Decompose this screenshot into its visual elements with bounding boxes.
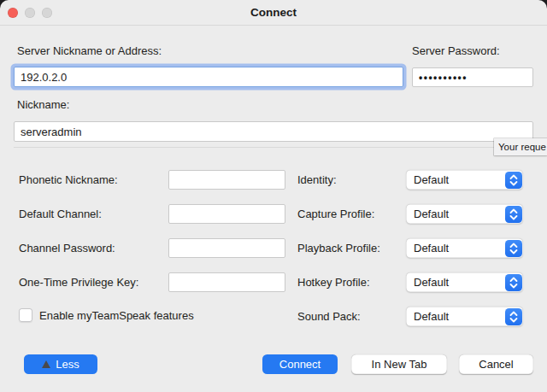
nickname-input[interactable] (14, 121, 533, 142)
privilege-key-input[interactable] (168, 272, 285, 292)
sound-pack-dropdown-value: Default (414, 307, 449, 326)
server-address-input[interactable] (14, 67, 403, 87)
phonetic-nickname-input[interactable] (168, 170, 285, 190)
stepper-chevrons-icon (505, 308, 522, 325)
tooltip: Your reque (494, 138, 547, 155)
playback-profile-dropdown[interactable]: Default (406, 238, 523, 258)
sound-pack-dropdown[interactable]: Default (406, 307, 523, 326)
hotkey-profile-label: Hotkey Profile: (297, 272, 370, 293)
cancel-button[interactable]: Cancel (459, 354, 533, 374)
stepper-chevrons-icon (505, 274, 522, 291)
section-divider (14, 147, 533, 148)
titlebar: Connect (0, 0, 547, 26)
server-password-label: Server Password: (412, 44, 500, 57)
default-channel-label: Default Channel: (19, 204, 102, 225)
connect-button[interactable]: Connect (262, 354, 338, 374)
window-title: Connect (0, 0, 547, 26)
identity-label: Identity: (297, 170, 337, 190)
playback-profile-dropdown-value: Default (414, 238, 449, 258)
hotkey-profile-dropdown[interactable]: Default (406, 272, 523, 292)
stepper-chevrons-icon (505, 240, 522, 257)
myteamspeak-checkbox[interactable] (19, 308, 32, 322)
server-password-input[interactable] (412, 67, 533, 87)
channel-password-label: Channel Password: (19, 238, 115, 259)
privilege-key-label: One-Time Privilege Key: (19, 272, 138, 293)
in-new-tab-button-label: In New Tab (372, 358, 427, 371)
channel-password-input[interactable] (168, 238, 285, 258)
identity-dropdown-value: Default (414, 170, 449, 190)
capture-profile-dropdown[interactable]: Default (406, 204, 523, 224)
identity-dropdown[interactable]: Default (406, 170, 523, 190)
stepper-chevrons-icon (505, 206, 522, 223)
nickname-label: Nickname: (17, 98, 69, 111)
hotkey-profile-dropdown-value: Default (414, 272, 449, 292)
in-new-tab-button[interactable]: In New Tab (351, 354, 447, 374)
default-channel-input[interactable] (168, 204, 285, 224)
connect-button-label: Connect (279, 358, 321, 371)
server-address-label: Server Nickname or Address: (17, 44, 162, 57)
stepper-chevrons-icon (505, 172, 522, 189)
playback-profile-label: Playback Profile: (297, 238, 380, 259)
phonetic-nickname-label: Phonetic Nickname: (19, 170, 118, 190)
less-button[interactable]: Less (24, 354, 97, 374)
connect-dialog: Connect Server Nickname or Address: Serv… (0, 0, 547, 392)
cancel-button-label: Cancel (479, 358, 513, 371)
less-button-label: Less (56, 358, 79, 371)
capture-profile-label: Capture Profile: (297, 204, 374, 225)
sound-pack-label: Sound Pack: (297, 307, 361, 327)
collapse-triangle-icon (42, 360, 50, 368)
myteamspeak-checkbox-label: Enable myTeamSpeak features (39, 309, 194, 323)
capture-profile-dropdown-value: Default (414, 204, 449, 224)
